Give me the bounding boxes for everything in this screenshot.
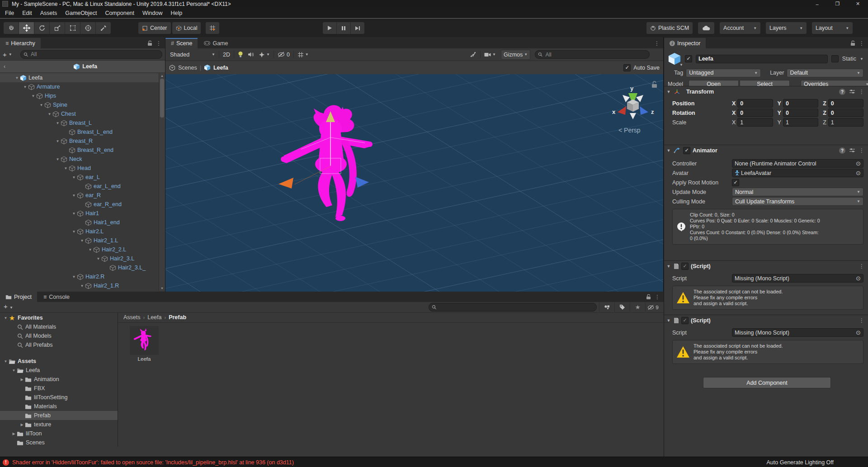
menu-gameobject[interactable]: GameObject (61, 10, 101, 16)
menu-assets[interactable]: Assets (36, 10, 61, 16)
gameobject-name-field[interactable]: Leefa (696, 55, 828, 63)
project-tree-item[interactable]: All Prefabs (0, 340, 118, 349)
grid-visibility-dropdown[interactable]: ▼ (295, 50, 311, 59)
expander-arrow-icon[interactable]: ▼ (3, 359, 9, 363)
grid-snap-button[interactable] (206, 22, 219, 34)
script-header[interactable]: ▼ ✓ (Script) ⋮ (664, 260, 868, 272)
animator-header[interactable]: ▼ ✓ Animator ? ⋮ (664, 145, 868, 156)
tab-hierarchy[interactable]: ≡ Hierarchy (0, 38, 41, 48)
expander-arrow-icon[interactable]: ▼ (47, 112, 52, 116)
shading-mode-dropdown[interactable]: Shaded ▼ (168, 50, 217, 59)
rect-tool-button[interactable] (65, 22, 80, 34)
kebab-menu-icon[interactable]: ⋮ (156, 40, 161, 47)
tab-console[interactable]: ≡ Console (38, 292, 75, 302)
culling-mode-dropdown[interactable]: Cull Update Transforms ▼ (732, 197, 863, 206)
hierarchy-item[interactable]: Hair2_3.L_ (0, 263, 159, 272)
hierarchy-item[interactable]: ▼Hair2_1.L (0, 236, 159, 245)
search-by-type-button[interactable] (599, 302, 614, 312)
create-button[interactable]: + ▼ (4, 302, 13, 310)
expander-arrow-icon[interactable]: ▼ (71, 230, 77, 234)
audio-toggle-button[interactable] (245, 50, 256, 59)
menu-window[interactable]: Window (138, 10, 166, 16)
expander-arrow-icon[interactable]: ▼ (71, 175, 77, 179)
auto-save-toggle[interactable]: ✓ Auto Save (623, 64, 660, 71)
project-tree-item[interactable]: Prefab (0, 411, 118, 420)
project-tree-item[interactable]: ▶Animation (0, 375, 118, 384)
2d-toggle-button[interactable]: 2D (221, 50, 232, 59)
scene-tools-button[interactable] (467, 50, 479, 59)
static-checkbox[interactable] (831, 55, 839, 62)
status-bar[interactable]: ! Shader error in 'Hidden/lilToonFur': f… (0, 457, 868, 467)
active-checkbox[interactable]: ✓ (685, 55, 692, 62)
expander-arrow-icon[interactable]: ▼ (71, 212, 77, 216)
position-z-field[interactable]: 0 (828, 99, 863, 108)
avatar-field[interactable]: LeefaAvatar ⊙ (732, 169, 863, 177)
menu-edit[interactable]: Edit (18, 10, 36, 16)
kebab-menu-icon[interactable]: ⋮ (654, 40, 660, 47)
auto-generate-lighting-label[interactable]: Auto Generate Lighting Off (767, 459, 834, 466)
layer-dropdown[interactable]: Default ▼ (787, 69, 863, 77)
kebab-menu-icon[interactable]: ⋮ (859, 263, 864, 269)
step-button[interactable] (351, 22, 364, 34)
expander-arrow-icon[interactable]: ▶ (19, 377, 25, 382)
kebab-menu-icon[interactable]: ⋮ (655, 294, 660, 300)
hierarchy-item[interactable]: ▼Hair2.L (0, 227, 159, 236)
close-button[interactable]: ✕ (848, 0, 868, 8)
scroll-up-icon[interactable]: ▲ (159, 74, 165, 77)
help-icon[interactable]: ? (839, 147, 845, 154)
tab-inspector[interactable]: i Inspector (664, 38, 706, 48)
asset-thumbnail[interactable] (130, 326, 159, 355)
back-arrow-icon[interactable]: ‹ (4, 63, 5, 70)
expander-arrow-icon[interactable]: ▼ (55, 121, 61, 125)
project-tree-item[interactable]: Scenes (0, 438, 118, 447)
hierarchy-item[interactable]: ▼Spine (0, 100, 159, 109)
breadcrumb-leefa[interactable]: Leefa (147, 314, 161, 321)
scale-y-field[interactable]: 1 (783, 118, 818, 127)
position-x-field[interactable]: 0 (737, 99, 773, 108)
expander-arrow-icon[interactable]: ▼ (3, 316, 9, 320)
project-tree-item[interactable]: ▼★Favorites (0, 313, 118, 322)
asset-item[interactable]: Leefa (128, 326, 160, 362)
rotation-x-field[interactable]: 0 (737, 108, 773, 117)
hierarchy-item[interactable]: Breast_R_end (0, 146, 159, 155)
foldout-arrow-icon[interactable]: ▼ (666, 264, 671, 269)
hierarchy-item[interactable]: ear_R_end (0, 200, 159, 209)
rotation-y-field[interactable]: 0 (783, 108, 818, 117)
scrollbar-thumb[interactable] (160, 79, 164, 118)
expander-arrow-icon[interactable]: ▼ (79, 239, 85, 243)
hierarchy-item[interactable]: ▼Hair2.R (0, 272, 159, 281)
expander-arrow-icon[interactable]: ▼ (55, 139, 61, 143)
custom-tool-button[interactable] (96, 22, 111, 34)
hierarchy-search-input[interactable] (30, 51, 159, 58)
scale-tool-button[interactable] (50, 22, 65, 34)
create-dropdown-icon[interactable]: ▼ (9, 306, 13, 310)
rotate-tool-button[interactable] (34, 22, 50, 34)
hierarchy-item[interactable]: ▼Leefa (0, 73, 159, 82)
apply-root-motion-checkbox[interactable]: ✓ (732, 179, 739, 186)
hierarchy-item[interactable]: ▼Hair2_1.R (0, 281, 159, 290)
hierarchy-item[interactable]: ▼Neck (0, 155, 159, 164)
lock-icon[interactable] (850, 40, 855, 46)
help-icon[interactable]: ? (839, 89, 845, 95)
layout-dropdown[interactable]: Layout ▼ (812, 22, 853, 34)
lock-icon[interactable] (646, 294, 651, 300)
scene-search[interactable] (535, 50, 650, 59)
expander-arrow-icon[interactable]: ▼ (63, 166, 69, 170)
project-search-input[interactable] (438, 304, 594, 311)
kebab-menu-icon[interactable]: ⋮ (859, 147, 864, 154)
hidden-count-button[interactable]: 9 (645, 302, 660, 312)
object-picker-icon[interactable]: ⊙ (856, 275, 861, 282)
project-tree-item[interactable]: FBX (0, 384, 118, 393)
hierarchy-item[interactable]: ▼Chest (0, 109, 159, 118)
hierarchy-item[interactable]: ▼Armature (0, 82, 159, 91)
component-enabled-checkbox[interactable]: ✓ (683, 147, 690, 154)
prefab-header-icon[interactable]: ▼ (668, 52, 681, 66)
expander-arrow-icon[interactable]: ▼ (71, 193, 77, 198)
kebab-menu-icon[interactable]: ⋮ (859, 317, 864, 324)
project-tree-item[interactable]: ▼Assets (0, 357, 118, 366)
space-toggle-button[interactable]: Local (172, 22, 201, 34)
hierarchy-item[interactable]: ▼ear_L (0, 173, 159, 182)
lighting-toggle-button[interactable] (236, 50, 245, 59)
hierarchy-item[interactable]: ▼Breast_L (0, 118, 159, 127)
object-picker-icon[interactable]: ⊙ (856, 160, 861, 167)
